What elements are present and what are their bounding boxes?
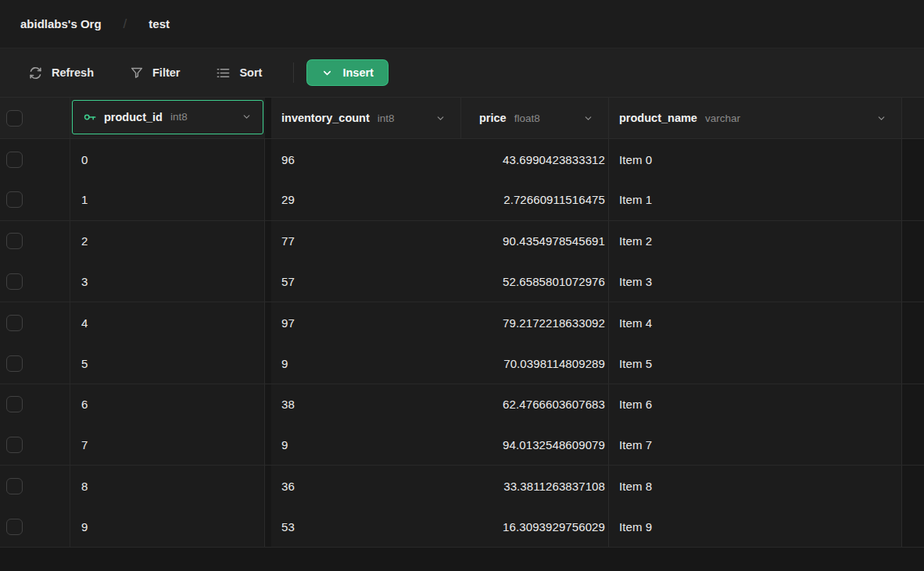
cell-price[interactable]: 43.6990423833312 — [461, 139, 609, 180]
row-checkbox[interactable] — [6, 191, 23, 208]
cell-product-id[interactable]: 3 — [70, 262, 265, 302]
row-select-cell — [0, 466, 70, 506]
row-checkbox[interactable] — [6, 478, 23, 494]
cell-price[interactable]: 33.3811263837108 — [461, 466, 609, 506]
chevron-down-icon[interactable] — [242, 112, 263, 122]
cell-product-name[interactable]: Item 1 — [609, 180, 902, 219]
cell-inventory-count[interactable]: 29 — [271, 180, 461, 219]
row-select-cell — [0, 262, 70, 302]
row-checkbox[interactable] — [6, 273, 23, 290]
cell-price[interactable]: 62.4766603607683 — [461, 384, 609, 425]
cell-price[interactable]: 52.6585801072976 — [461, 262, 609, 302]
pinned-column-gutter — [265, 139, 271, 180]
funnel-icon — [130, 66, 144, 80]
empty-cell — [902, 425, 924, 465]
cell-product-id[interactable]: 8 — [70, 466, 265, 506]
row-select-cell — [0, 139, 70, 180]
row-checkbox[interactable] — [6, 519, 23, 535]
cell-product-id[interactable]: 7 — [70, 425, 265, 465]
sort-button[interactable]: Sort — [206, 59, 271, 87]
row-select-cell — [0, 425, 70, 465]
row-checkbox[interactable] — [6, 437, 23, 453]
column-header-product-id[interactable]: product_id int8 — [70, 98, 265, 138]
empty-cell — [902, 221, 924, 262]
pinned-column-gutter — [265, 302, 271, 343]
top-bar: abidlabs's Org / test — [0, 0, 924, 48]
column-name: product_id — [104, 111, 163, 123]
pinned-column-gutter — [265, 98, 271, 138]
column-name: product_name — [619, 112, 697, 124]
cell-product-name[interactable]: Item 5 — [609, 343, 902, 383]
column-name: price — [479, 112, 507, 124]
toolbar-divider — [293, 62, 294, 83]
empty-cell — [902, 507, 924, 547]
row-checkbox[interactable] — [6, 152, 23, 168]
select-all-checkbox[interactable] — [6, 110, 23, 127]
cell-price[interactable]: 94.0132548609079 — [461, 425, 609, 465]
cell-product-id[interactable]: 0 — [70, 139, 265, 180]
insert-label: Insert — [342, 66, 374, 79]
cell-product-id[interactable]: 1 — [70, 180, 265, 219]
cell-product-name[interactable]: Item 7 — [609, 425, 902, 465]
filter-button[interactable]: Filter — [120, 59, 189, 86]
empty-cell — [902, 343, 924, 383]
column-header-inventory-count[interactable]: inventory_count int8 — [271, 98, 461, 138]
cell-product-id[interactable]: 5 — [70, 343, 265, 383]
cell-product-name[interactable]: Item 2 — [609, 221, 902, 262]
cell-product-id[interactable]: 2 — [70, 221, 265, 262]
cell-inventory-count[interactable]: 9 — [271, 425, 461, 465]
cell-inventory-count[interactable]: 53 — [271, 507, 461, 547]
cell-product-id[interactable]: 6 — [70, 384, 265, 425]
chevron-down-icon[interactable] — [876, 113, 901, 123]
table-row: 6 38 62.4766603607683 Item 6 — [0, 384, 924, 425]
cell-product-name[interactable]: Item 0 — [609, 139, 902, 180]
table-row: 3 57 52.6585801072976 Item 3 — [0, 262, 924, 302]
sort-list-icon — [216, 66, 231, 80]
cell-product-name[interactable]: Item 6 — [609, 384, 902, 425]
cell-product-id[interactable]: 9 — [70, 507, 265, 547]
cell-price[interactable]: 70.0398114809289 — [461, 343, 609, 383]
row-select-cell — [0, 302, 70, 343]
cell-price[interactable]: 2.72660911516475 — [461, 180, 609, 219]
cell-product-name[interactable]: Item 9 — [609, 507, 902, 547]
cell-price[interactable]: 79.2172218633092 — [461, 302, 609, 343]
row-checkbox[interactable] — [6, 355, 23, 372]
refresh-label: Refresh — [52, 66, 94, 79]
row-checkbox[interactable] — [6, 396, 23, 412]
cell-product-name[interactable]: Item 3 — [609, 262, 902, 302]
cell-inventory-count[interactable]: 38 — [271, 384, 461, 425]
row-select-cell — [0, 221, 70, 262]
breadcrumb-org[interactable]: abidlabs's Org — [20, 17, 102, 30]
row-checkbox[interactable] — [6, 315, 23, 331]
cell-product-name[interactable]: Item 8 — [609, 466, 902, 506]
refresh-icon — [28, 66, 43, 80]
cell-inventory-count[interactable]: 36 — [271, 466, 461, 506]
cell-inventory-count[interactable]: 97 — [271, 302, 461, 343]
chevron-down-icon[interactable] — [583, 113, 608, 123]
selected-column-outline[interactable]: product_id int8 — [72, 100, 263, 134]
empty-cell — [902, 139, 924, 180]
select-all-cell — [0, 98, 70, 138]
cell-product-id[interactable]: 4 — [70, 302, 265, 343]
column-header-price[interactable]: price float8 — [461, 98, 609, 138]
column-name: inventory_count — [281, 112, 370, 124]
cell-price[interactable]: 16.3093929756029 — [461, 507, 609, 547]
chevron-down-icon[interactable] — [435, 113, 460, 123]
table-row: 9 53 16.3093929756029 Item 9 — [0, 507, 924, 548]
cell-inventory-count[interactable]: 96 — [271, 139, 461, 180]
cell-price[interactable]: 90.4354978545691 — [461, 221, 609, 262]
sort-label: Sort — [239, 66, 262, 79]
table-row: 2 77 90.4354978545691 Item 2 — [0, 221, 924, 262]
toolbar: Refresh Filter Sort Insert — [0, 48, 924, 98]
insert-button[interactable]: Insert — [306, 59, 389, 86]
cell-inventory-count[interactable]: 77 — [271, 221, 461, 262]
pinned-column-gutter — [265, 425, 271, 465]
table-row: 7 9 94.0132548609079 Item 7 — [0, 425, 924, 466]
column-header-product-name[interactable]: product_name varchar — [609, 98, 902, 138]
breadcrumb-table[interactable]: test — [149, 17, 170, 30]
cell-inventory-count[interactable]: 9 — [271, 343, 461, 383]
refresh-button[interactable]: Refresh — [19, 59, 103, 87]
cell-product-name[interactable]: Item 4 — [609, 302, 902, 343]
row-checkbox[interactable] — [6, 233, 23, 249]
cell-inventory-count[interactable]: 57 — [271, 262, 461, 302]
